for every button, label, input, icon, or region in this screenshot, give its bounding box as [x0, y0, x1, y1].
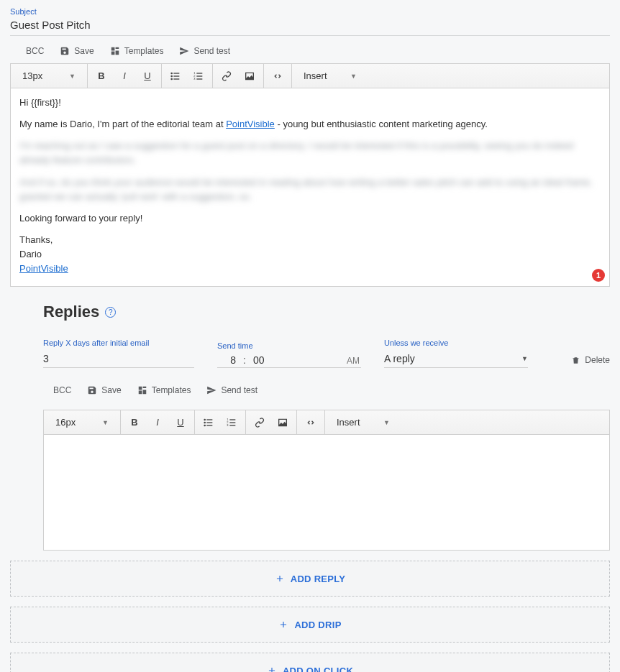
unless-value: A reply: [384, 353, 415, 364]
subject-value[interactable]: Guest Post Pitch: [10, 19, 610, 36]
body-sig-name: Dario: [19, 247, 601, 262]
code-button[interactable]: [270, 68, 286, 84]
main-editor: 13px ▼ B I U 123 Insert ▼ Hi {{first}: [10, 63, 610, 287]
plus-icon: [278, 620, 288, 630]
reply-font-size-value: 16px: [55, 417, 76, 428]
reply-editor-body[interactable]: [44, 435, 609, 550]
insert-label: Insert: [304, 70, 327, 81]
editor-mini-toolbar: BCC Save Templates Send test: [10, 36, 610, 63]
reply-link-button[interactable]: [252, 415, 268, 431]
caret-icon: ▼: [69, 73, 76, 80]
bold-button[interactable]: B: [94, 68, 109, 84]
bcc-toggle[interactable]: BCC: [26, 46, 44, 56]
unless-select[interactable]: A reply ▼: [384, 351, 528, 368]
svg-point-2: [170, 75, 173, 77]
time-input[interactable]: 8 : 00 AM: [217, 354, 361, 368]
caret-icon: ▼: [383, 419, 390, 426]
italic-button[interactable]: I: [117, 68, 132, 84]
send-icon: [179, 46, 189, 56]
add-onclick-button[interactable]: ADD ON CLICK: [10, 653, 610, 672]
add-reply-button[interactable]: ADD REPLY: [10, 561, 610, 597]
reply-save-button[interactable]: Save: [87, 385, 121, 395]
caret-icon: ▼: [102, 419, 109, 426]
svg-rect-17: [206, 425, 212, 425]
add-onclick-label: ADD ON CLICK: [283, 666, 353, 672]
bullet-list-button[interactable]: [168, 68, 183, 84]
replies-title: Replies: [43, 303, 99, 321]
replies-section: Replies ? Reply X days after initial ema…: [10, 287, 610, 551]
help-icon[interactable]: ?: [105, 307, 116, 318]
reply-underline-button[interactable]: U: [173, 415, 188, 431]
time-sep: :: [243, 354, 246, 366]
days-input[interactable]: [43, 351, 194, 368]
body-thanks: Thanks,: [19, 233, 601, 247]
time-hour: 8: [219, 354, 236, 366]
reply-bullet-list-button[interactable]: [201, 415, 216, 431]
templates-label: Templates: [124, 46, 164, 56]
send-test-button[interactable]: Send test: [179, 46, 230, 56]
font-size-select[interactable]: 13px ▼: [17, 70, 81, 81]
reply-insert-select[interactable]: Insert ▼: [331, 417, 396, 428]
send-icon: [206, 385, 216, 395]
body-blurred-2: And if so, do you think your audience wo…: [19, 175, 601, 204]
svg-rect-6: [196, 73, 202, 73]
reply-italic-button[interactable]: I: [150, 415, 165, 431]
reply-templates-label: Templates: [152, 385, 191, 395]
days-label: Reply X days after initial email: [43, 339, 194, 347]
svg-rect-20: [229, 425, 235, 425]
svg-rect-3: [173, 75, 179, 76]
underline-button[interactable]: U: [140, 68, 155, 84]
svg-rect-13: [206, 419, 212, 420]
body-blurred-1: I'm reaching out as I saw a suggestion f…: [19, 139, 601, 167]
svg-point-4: [170, 78, 173, 80]
reply-mini-toolbar: BCC Save Templates Send test: [43, 375, 610, 402]
reply-send-test-label: Send test: [221, 385, 257, 395]
add-drip-label: ADD DRIP: [294, 620, 341, 630]
signature-link[interactable]: PointVisible: [19, 263, 68, 274]
editor-body[interactable]: Hi {{first}}! My name is Dario, I'm part…: [11, 88, 609, 286]
templates-button[interactable]: Templates: [110, 46, 164, 56]
svg-rect-7: [196, 75, 202, 76]
time-label: Send time: [217, 341, 361, 350]
reply-bcc-toggle[interactable]: BCC: [53, 385, 71, 395]
delete-label: Delete: [585, 355, 610, 365]
save-icon: [60, 46, 70, 56]
body-closing: Looking forward to your reply!: [19, 211, 601, 226]
delete-reply-button[interactable]: Delete: [571, 355, 610, 368]
link-button[interactable]: [219, 68, 234, 84]
reply-number-list-button[interactable]: 123: [224, 415, 240, 431]
reply-templates-button[interactable]: Templates: [137, 385, 191, 395]
svg-rect-19: [229, 422, 235, 423]
body-intro-line: My name is Dario, I'm part of the editor…: [19, 117, 601, 132]
reply-code-button[interactable]: [303, 415, 319, 431]
templates-icon: [110, 46, 120, 56]
time-ampm: AM: [347, 356, 360, 366]
add-drip-button[interactable]: ADD DRIP: [10, 607, 610, 643]
subject-label: Subject: [10, 6, 610, 19]
svg-point-16: [204, 425, 206, 427]
send-test-label: Send test: [193, 46, 230, 56]
dropdown-icon: ▼: [521, 355, 528, 362]
number-list-button[interactable]: 123: [191, 68, 206, 84]
reply-save-label: Save: [101, 385, 121, 395]
add-reply-label: ADD REPLY: [291, 574, 346, 584]
save-button[interactable]: Save: [60, 46, 94, 56]
reply-font-size-select[interactable]: 16px ▼: [50, 417, 114, 428]
reply-insert-label: Insert: [337, 417, 360, 428]
svg-rect-5: [173, 78, 179, 79]
body-intro-before: My name is Dario, I'm part of the editor…: [19, 119, 226, 129]
body-greeting: Hi {{first}}!: [19, 96, 601, 110]
rte-toolbar-reply: 16px ▼ B I U 123 Insert: [44, 410, 609, 435]
pointvisible-link[interactable]: PointVisible: [226, 119, 275, 129]
templates-icon: [137, 385, 147, 395]
svg-point-0: [170, 72, 173, 74]
reply-image-button[interactable]: [275, 415, 291, 431]
reply-send-test-button[interactable]: Send test: [206, 385, 257, 395]
image-button[interactable]: [242, 68, 257, 84]
svg-rect-18: [229, 419, 235, 420]
reply-editor: 16px ▼ B I U 123 Insert: [43, 410, 610, 551]
svg-rect-15: [206, 422, 212, 423]
insert-select[interactable]: Insert ▼: [298, 70, 363, 81]
reply-bold-button[interactable]: B: [127, 415, 142, 431]
svg-rect-1: [173, 73, 179, 73]
